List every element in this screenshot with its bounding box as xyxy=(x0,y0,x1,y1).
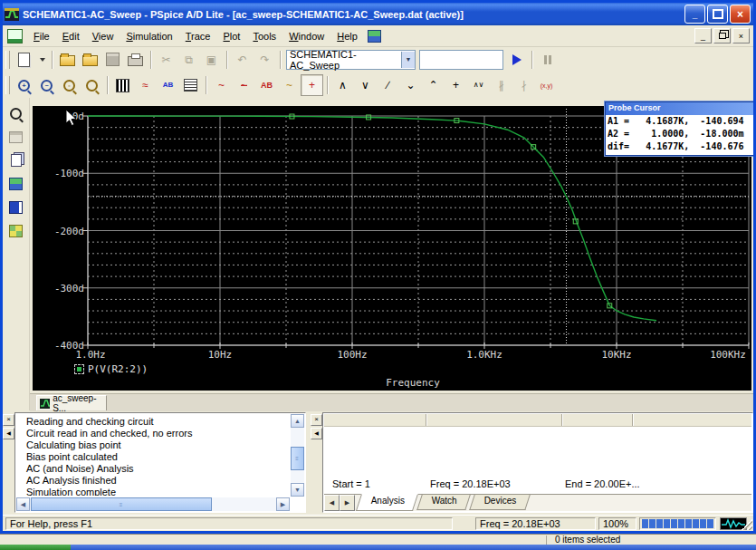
scroll-left-button[interactable]: ◀ xyxy=(16,497,30,511)
simulation-profile-combo[interactable]: SCHEMATIC1-AC_Sweep ▼ xyxy=(286,50,416,70)
window-icon xyxy=(9,131,23,143)
vscroll-thumb[interactable]: ≡ xyxy=(291,447,304,470)
output-vscrollbar[interactable]: ▲ ≡ ▼ xyxy=(291,414,304,497)
trace-legend[interactable]: P(V(R2:2)) xyxy=(74,363,148,375)
append-file-button[interactable] xyxy=(79,49,101,71)
menu-edit[interactable]: Edit xyxy=(56,28,86,44)
toolbar-grip[interactable] xyxy=(5,76,10,94)
child-close-icon: × xyxy=(739,32,743,41)
undo-button[interactable]: ↶ xyxy=(231,49,254,71)
probe-cursor-window[interactable]: Probe Cursor A1 = 4.1687K, -140.694 A2 =… xyxy=(605,101,754,156)
cursor-peak-button[interactable]: ∧ xyxy=(331,74,354,96)
menu-help[interactable]: Help xyxy=(330,28,364,44)
copy-icon: ⧉ xyxy=(185,54,193,65)
simulation-progress-bar xyxy=(639,517,716,530)
view-simulation-queue-button[interactable] xyxy=(5,221,27,241)
view-output-window-button[interactable] xyxy=(5,198,27,217)
cursor-search-button[interactable]: ∧∨ xyxy=(467,74,490,96)
child-restore-button[interactable] xyxy=(713,28,731,43)
mark-data-points-button[interactable]: ~ xyxy=(278,74,301,96)
scroll-right-button[interactable]: ▶ xyxy=(276,497,290,511)
tabs-scroll-left-button[interactable]: ◀ xyxy=(324,495,340,511)
menu-view[interactable]: View xyxy=(86,28,120,44)
save-button[interactable] xyxy=(101,49,124,71)
add-trace-button[interactable]: ~ xyxy=(210,74,233,96)
tab-watch[interactable]: Watch xyxy=(416,495,470,510)
print-button[interactable] xyxy=(124,49,147,71)
zoom-fit-button[interactable] xyxy=(81,74,103,96)
analysis-start-value: Start = 1 xyxy=(332,478,370,489)
tab-analysis[interactable]: Analysis xyxy=(356,494,418,511)
view-circuit-button[interactable] xyxy=(5,174,27,194)
zoom-in-button[interactable]: + xyxy=(13,74,35,96)
cut-button[interactable]: ✂ xyxy=(155,49,177,71)
cursor-next-transition-button[interactable]: ∦ xyxy=(490,74,512,96)
child-minimize-button[interactable]: _ xyxy=(694,28,712,43)
minimize-button[interactable]: _ xyxy=(684,5,705,24)
mdi-tab-label: ac_sweep-S... xyxy=(53,393,106,413)
child-close-button[interactable]: × xyxy=(732,28,750,43)
trace-select-box[interactable] xyxy=(74,364,84,374)
fourier-button[interactable]: ≈ xyxy=(134,74,157,96)
new-dropdown-button[interactable] xyxy=(35,49,48,71)
tab-devices[interactable]: Devices xyxy=(469,495,530,510)
taskbar-edge[interactable] xyxy=(0,545,756,550)
menu-simulation[interactable]: Simulation xyxy=(120,28,178,44)
eval-measurement-button[interactable]: ~ xyxy=(233,74,255,96)
log-x-axis-button[interactable] xyxy=(111,74,134,96)
output-close-button[interactable]: × xyxy=(3,414,14,426)
pause-simulation-button[interactable] xyxy=(536,49,559,71)
cursor-min-button[interactable]: ⌄ xyxy=(399,74,422,96)
scroll-down-button[interactable]: ▼ xyxy=(291,483,304,497)
combo-dropdown-icon[interactable]: ▼ xyxy=(401,52,415,68)
new-button[interactable] xyxy=(13,49,35,71)
toolbar-grip[interactable] xyxy=(5,51,10,69)
view-output-file-button[interactable] xyxy=(179,74,202,96)
cursor-point-button[interactable]: + xyxy=(445,74,467,96)
output-hscrollbar[interactable]: ◀ ≡ ▶ xyxy=(16,497,290,511)
zoom-area-button[interactable]: ▫ xyxy=(58,74,81,96)
probe-cursor-titlebar[interactable]: Probe Cursor xyxy=(606,102,753,115)
cursor-peak-icon: ∧ xyxy=(339,80,347,91)
paste-button[interactable]: ▣ xyxy=(200,49,223,71)
hscroll-thumb[interactable]: ≡ xyxy=(31,497,212,511)
output-line: Simulation complete xyxy=(17,487,289,496)
cursor-max-button[interactable]: ⌃ xyxy=(422,74,445,96)
output-pin-button[interactable]: ◀ xyxy=(3,428,14,439)
titlebar: SCHEMATIC1-AC_Sweep - PSpice A/D Lite - … xyxy=(3,3,753,25)
run-simulation-button[interactable] xyxy=(505,49,528,71)
menu-file[interactable]: File xyxy=(27,28,56,44)
output-line: Circuit read in and checked, no errors xyxy=(17,428,289,439)
text-label-button[interactable]: AB xyxy=(255,74,278,96)
resize-grip[interactable] xyxy=(742,519,752,530)
menu-tools[interactable]: Tools xyxy=(246,28,282,44)
mark-label-button[interactable]: (x,y) xyxy=(535,74,558,96)
column-divider xyxy=(632,414,633,426)
scroll-up-button[interactable]: ▲ xyxy=(291,414,304,428)
status-pin-button[interactable]: ◀ xyxy=(311,428,322,439)
cursor-slope-button[interactable]: ∕ xyxy=(377,74,399,96)
menu-trace[interactable]: Trace xyxy=(179,28,217,44)
menu-plot[interactable]: Plot xyxy=(216,28,246,44)
cursor-prev-transition-button[interactable]: ∤ xyxy=(512,74,535,96)
redo-button[interactable]: ↷ xyxy=(254,49,276,71)
cursor-trough-button[interactable]: ∨ xyxy=(354,74,377,96)
output-window: × ◀ Reading and checking circuit Circuit… xyxy=(3,412,306,513)
menu-window[interactable]: Window xyxy=(282,28,330,44)
pages-icon xyxy=(11,154,22,167)
view-probe-button[interactable] xyxy=(5,103,27,123)
copy-button[interactable]: ⧉ xyxy=(177,49,200,71)
toggle-cursor-button[interactable]: + xyxy=(301,74,323,96)
trace-expression-combo[interactable] xyxy=(419,50,503,70)
open-file-button[interactable] xyxy=(56,49,79,71)
start-button-edge[interactable] xyxy=(0,545,71,550)
close-button[interactable]: × xyxy=(730,5,751,24)
copy-window-button[interactable] xyxy=(5,150,27,170)
view-window-button[interactable] xyxy=(5,127,27,147)
performance-analysis-button[interactable]: AB xyxy=(157,74,179,96)
zoom-out-button[interactable]: − xyxy=(35,74,58,96)
maximize-button[interactable] xyxy=(707,5,728,24)
mdi-tab-ac-sweep[interactable]: ac_sweep-S... xyxy=(36,395,107,410)
tabs-scroll-right-button[interactable]: ▶ xyxy=(340,495,355,511)
status-close-button[interactable]: × xyxy=(311,414,322,426)
